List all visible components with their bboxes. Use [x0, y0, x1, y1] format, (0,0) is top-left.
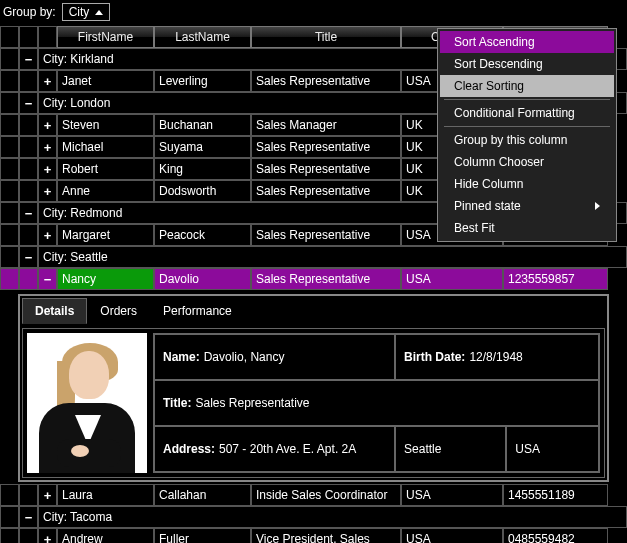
cell-country[interactable]: USA [401, 528, 503, 543]
ctx-pinned-label: Pinned state [454, 199, 521, 213]
column-header-lastname[interactable]: LastName [154, 26, 251, 48]
sort-asc-icon [95, 10, 103, 15]
ctx-clear-sorting[interactable]: Clear Sorting [440, 75, 614, 97]
employee-photo [27, 333, 147, 473]
cell-title[interactable]: Vice President, Sales [251, 528, 401, 543]
cell-title[interactable]: Sales Manager [251, 114, 401, 136]
cell-phone[interactable]: 1235559857 [503, 268, 608, 290]
row-expander[interactable]: + [38, 224, 57, 246]
spacer [19, 224, 38, 246]
cell-firstname[interactable]: Margaret [57, 224, 154, 246]
minus-icon: − [20, 97, 37, 110]
tab-orders[interactable]: Orders [87, 298, 150, 324]
ctx-column-chooser[interactable]: Column Chooser [440, 151, 614, 173]
ctx-sort-descending[interactable]: Sort Descending [440, 53, 614, 75]
column-header-title[interactable]: Title [251, 26, 401, 48]
cell-firstname[interactable]: Andrew [57, 528, 154, 543]
row-indicator [0, 202, 19, 224]
cell-lastname[interactable]: Dodsworth [154, 180, 251, 202]
cell-lastname[interactable]: Leverling [154, 70, 251, 92]
cell-lastname[interactable]: Buchanan [154, 114, 251, 136]
row-indicator-header [0, 26, 19, 48]
cell-firstname[interactable]: Anne [57, 180, 154, 202]
plus-icon: + [39, 229, 56, 242]
spacer [19, 268, 38, 290]
cell-country[interactable]: USA [401, 268, 503, 290]
cell-lastname[interactable]: Callahan [154, 484, 251, 506]
cell-phone[interactable]: 0485559482 [503, 528, 608, 543]
row-expander[interactable]: + [38, 114, 57, 136]
cell-firstname[interactable]: Nancy [57, 268, 154, 290]
row-indicator [0, 180, 19, 202]
row-indicator [0, 484, 19, 506]
cell-firstname[interactable]: Michael [57, 136, 154, 158]
cell-title[interactable]: Sales Representative [251, 158, 401, 180]
cell-lastname[interactable]: Suyama [154, 136, 251, 158]
minus-icon: − [20, 53, 37, 66]
address-value: 507 - 20th Ave. E. Apt. 2A [219, 442, 356, 456]
group-expander[interactable]: − [19, 202, 38, 224]
ctx-pinned-state[interactable]: Pinned state [440, 195, 614, 217]
detail-name: Name:Davolio, Nancy [154, 334, 395, 380]
cell-title[interactable]: Sales Representative [251, 180, 401, 202]
column-header-firstname[interactable]: FirstName [57, 26, 154, 48]
group-header-tacoma[interactable]: City: Tacoma [38, 506, 627, 528]
row-expander[interactable]: + [38, 180, 57, 202]
plus-icon: + [39, 119, 56, 132]
tab-details[interactable]: Details [22, 298, 87, 324]
row-expander[interactable]: + [38, 484, 57, 506]
spacer [19, 114, 38, 136]
spacer [19, 158, 38, 180]
group-expander[interactable]: − [19, 506, 38, 528]
column-context-menu: Sort Ascending Sort Descending Clear Sor… [437, 28, 617, 242]
cell-firstname[interactable]: Steven [57, 114, 154, 136]
row-expander[interactable]: − [38, 268, 57, 290]
cell-country[interactable]: USA [401, 484, 503, 506]
group-header-seattle[interactable]: City: Seattle [38, 246, 627, 268]
cell-title[interactable]: Inside Sales Coordinator [251, 484, 401, 506]
ctx-sort-ascending[interactable]: Sort Ascending [440, 31, 614, 53]
row-indicator [0, 224, 19, 246]
cell-firstname[interactable]: Robert [57, 158, 154, 180]
ctx-best-fit[interactable]: Best Fit [440, 217, 614, 239]
detail-country: USA [506, 426, 599, 472]
group-expander[interactable]: − [19, 48, 38, 70]
groupby-label: Group by: [3, 5, 56, 19]
group-expander[interactable]: − [19, 92, 38, 114]
tab-performance[interactable]: Performance [150, 298, 245, 324]
row-indicator [0, 92, 19, 114]
row-expander[interactable]: + [38, 136, 57, 158]
submenu-arrow-icon [595, 202, 600, 210]
row-expander[interactable]: + [38, 528, 57, 543]
cell-lastname[interactable]: Fuller [154, 528, 251, 543]
birthdate-value: 12/8/1948 [469, 350, 522, 364]
cell-firstname[interactable]: Janet [57, 70, 154, 92]
cell-title[interactable]: Sales Representative [251, 268, 401, 290]
title-value: Sales Representative [195, 396, 309, 410]
row-expander[interactable]: + [38, 70, 57, 92]
separator [444, 126, 610, 127]
ctx-group-by-column[interactable]: Group by this column [440, 129, 614, 151]
name-value: Davolio, Nancy [204, 350, 285, 364]
cell-title[interactable]: Sales Representative [251, 224, 401, 246]
cell-phone[interactable]: 1455551189 [503, 484, 608, 506]
cell-lastname[interactable]: King [154, 158, 251, 180]
address-label: Address: [163, 442, 215, 456]
cell-title[interactable]: Sales Representative [251, 136, 401, 158]
title-label: Title: [163, 396, 191, 410]
detail-city: Seattle [395, 426, 506, 472]
row-indicator [0, 48, 19, 70]
cell-title[interactable]: Sales Representative [251, 70, 401, 92]
group-expander[interactable]: − [19, 246, 38, 268]
row-expander[interactable]: + [38, 158, 57, 180]
cell-lastname[interactable]: Davolio [154, 268, 251, 290]
spacer [19, 70, 38, 92]
ctx-hide-column[interactable]: Hide Column [440, 173, 614, 195]
minus-icon: − [39, 273, 56, 286]
plus-icon: + [39, 489, 56, 502]
expander-header-1 [19, 26, 38, 48]
cell-firstname[interactable]: Laura [57, 484, 154, 506]
cell-lastname[interactable]: Peacock [154, 224, 251, 246]
ctx-conditional-formatting[interactable]: Conditional Formatting [440, 102, 614, 124]
groupby-select[interactable]: City [62, 3, 111, 21]
